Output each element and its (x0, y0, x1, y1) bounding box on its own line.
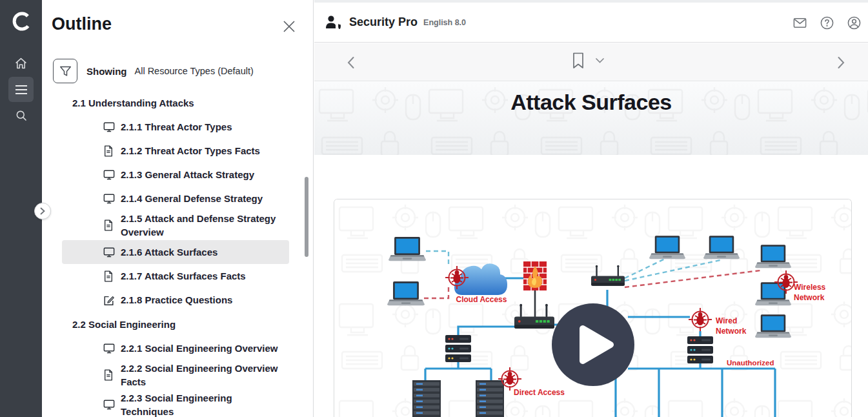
outline-title: Outline (52, 14, 112, 34)
account-button[interactable] (846, 15, 862, 30)
video-lesson-icon (103, 343, 115, 354)
outline-item[interactable]: 2.1.1 Threat Actor Types (62, 115, 289, 139)
video-lesson-icon (103, 169, 115, 181)
mail-icon (792, 15, 807, 30)
cloud-access-label: Cloud Access (456, 295, 507, 304)
course-header: Security Pro English 8.0 (314, 3, 868, 43)
video-lesson-icon (103, 399, 115, 411)
bookmark-menu-button[interactable] (596, 58, 604, 63)
filter-value: All Resource Types (Default) (135, 66, 254, 76)
outline-item[interactable]: 2.2.1 Social Engineering Overview (62, 336, 289, 360)
outline-item-label: 2.1.6 Attack Surfaces (121, 245, 217, 259)
server-stack-icon (687, 336, 713, 363)
bookmark-group (572, 52, 604, 69)
outline-item[interactable]: 2.1.5 Attack and Defense Strategy Overvi… (62, 210, 289, 240)
video-lesson-icon (103, 247, 115, 258)
outline-menu-button[interactable] (8, 77, 34, 102)
chevron-down-icon (596, 58, 604, 63)
attack-surfaces-diagram: Cloud Access (334, 199, 851, 417)
wired-network-label-2: Network (716, 327, 747, 336)
bookmark-icon (572, 52, 584, 69)
chevron-right-icon (837, 56, 845, 69)
outline-item[interactable]: 2.1.3 General Attack Strategy (62, 163, 289, 187)
mail-button[interactable] (792, 15, 807, 30)
outline-item[interactable]: 2.1.8 Practice Questions (62, 288, 289, 312)
lesson-navbar (314, 43, 868, 81)
chevron-right-icon (39, 207, 46, 215)
security-pro-course-icon (325, 15, 343, 30)
wireless-network-label: Wireless (794, 283, 826, 292)
bookmark-button[interactable] (572, 52, 584, 69)
outline-item[interactable]: 2.2.3 Social Engineering Techniques (62, 390, 289, 417)
outline-item[interactable]: 2.2.2 Social Engineering Overview Facts (62, 360, 289, 390)
brand-c-icon (10, 10, 32, 32)
outline-item-label: 2.1.5 Attack and Defense Strategy Overvi… (121, 212, 285, 239)
course-edition: English 8.0 (423, 18, 466, 27)
filter-showing-label: Showing (86, 66, 127, 77)
header-actions (792, 3, 862, 43)
filter-row: Showing All Resource Types (Default) (53, 59, 254, 83)
document-icon (103, 369, 115, 381)
outline-item-selected[interactable]: 2.1.6 Attack Surfaces (62, 240, 289, 264)
outline-list: 2.1 Understanding Attacks2.1.1 Threat Ac… (62, 90, 289, 417)
help-button[interactable] (819, 15, 834, 30)
help-icon (820, 15, 834, 30)
chevron-left-icon (347, 56, 355, 69)
close-icon (283, 20, 296, 33)
outline-item-label: 2.1.2 Threat Actor Types Facts (121, 144, 260, 158)
lesson-banner: Attack Surfaces (314, 82, 868, 155)
direct-access-label: Direct Access (514, 388, 565, 397)
outline-item-label: 2.1.4 General Defense Strategy (121, 192, 263, 205)
wireless-network-label-2: Network (794, 293, 825, 302)
server-rack-icon (412, 380, 441, 417)
unauthorized-label: Unauthorized (727, 359, 774, 367)
outline-item-label: 2.2.1 Social Engineering Overview (121, 341, 278, 355)
main-content: Security Pro English 8.0 (314, 0, 868, 417)
search-icon (15, 109, 28, 122)
wired-network-label: Wired (716, 316, 737, 325)
outline-scrollbar-thumb[interactable] (305, 177, 308, 257)
account-icon (847, 15, 862, 30)
outline-item-label: 2.1.3 General Attack Strategy (121, 168, 254, 181)
course-title: Security Pro (349, 15, 418, 29)
brand-logo[interactable] (0, 10, 42, 35)
page-title: Attack Surfaces (314, 90, 868, 115)
outline-item[interactable]: 2.1.4 General Defense Strategy (62, 187, 289, 210)
outline-item-label: 2.1.8 Practice Questions (121, 293, 232, 307)
outline-section-label: 2.2 Social Engineering (62, 312, 289, 336)
outline-section-label: 2.1 Understanding Attacks (62, 90, 289, 115)
home-button[interactable] (8, 51, 34, 76)
firewall-icon (523, 261, 547, 290)
labsim-window: Outline Showing All Resource Types (Defa… (0, 0, 868, 417)
outline-item-label: 2.1.7 Attack Surfaces Facts (121, 269, 246, 283)
server-rack-icon (476, 380, 504, 417)
search-button[interactable] (8, 103, 34, 128)
outline-item-label: 2.2.3 Social Engineering Techniques (121, 391, 285, 417)
outline-panel: Outline Showing All Resource Types (Defa… (42, 0, 314, 417)
document-icon (103, 219, 115, 231)
document-icon (103, 270, 115, 282)
panel-expand-button[interactable] (34, 203, 51, 219)
outline-item[interactable]: 2.1.7 Attack Surfaces Facts (62, 264, 289, 288)
video-lesson-icon (103, 193, 115, 205)
video-player[interactable]: Cloud Access (334, 199, 852, 417)
outline-item-label: 2.2.2 Social Engineering Overview Facts (121, 361, 285, 389)
previous-lesson-button[interactable] (343, 55, 358, 70)
next-lesson-button[interactable] (833, 55, 849, 70)
server-stack-icon (445, 335, 471, 362)
outline-item[interactable]: 2.1.2 Threat Actor Types Facts (62, 139, 289, 163)
filter-button[interactable] (53, 59, 77, 83)
play-button[interactable] (552, 303, 634, 386)
video-lesson-icon (103, 121, 115, 133)
document-icon (103, 145, 115, 157)
outline-close-button[interactable] (281, 18, 298, 35)
home-icon (14, 57, 28, 70)
practice-questions-icon (103, 294, 115, 306)
menu-outline-icon (15, 85, 28, 95)
outline-item-label: 2.1.1 Threat Actor Types (121, 120, 232, 134)
filter-funnel-icon (59, 65, 72, 77)
